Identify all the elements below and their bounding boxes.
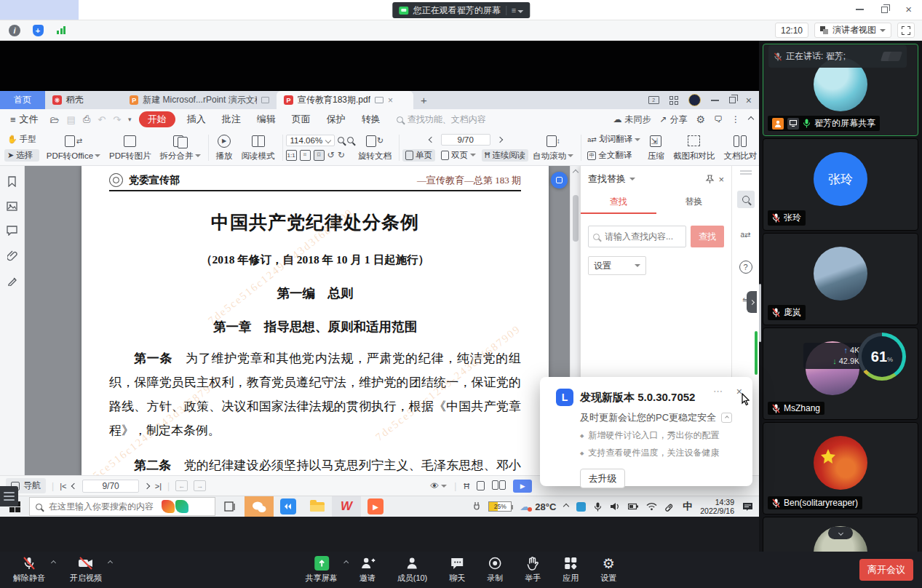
meeting-info-icon[interactable]: i xyxy=(7,23,22,38)
taskbar-wpp[interactable]: ▶ xyxy=(361,496,390,517)
comment-icon[interactable] xyxy=(7,226,17,236)
participant-tile[interactable]: 庞岚 xyxy=(763,233,918,325)
pdf-to-image-button[interactable]: PDF转图片 xyxy=(105,131,156,164)
upgrade-button[interactable]: 去升级 xyxy=(580,469,625,488)
statusbar-page-indicator[interactable]: 9/70 xyxy=(82,480,138,493)
list-toggle-icon[interactable]: ≡ xyxy=(512,6,523,15)
taskbar-search-input[interactable] xyxy=(47,501,156,512)
next-page-icon[interactable] xyxy=(497,136,503,142)
floating-assistant-button[interactable] xyxy=(551,172,568,188)
single-page-button[interactable]: 单页 xyxy=(402,149,435,162)
continuous-icon[interactable]: Ħ xyxy=(464,482,469,490)
page-indicator[interactable]: 9/70 xyxy=(441,134,490,146)
read-mode-button[interactable]: 阅读模式 xyxy=(237,131,279,164)
battery-tray-icon[interactable] xyxy=(628,503,638,510)
raise-hand-button[interactable]: 举手 xyxy=(525,555,541,584)
bookmark-icon[interactable] xyxy=(7,176,17,187)
watching-banner[interactable]: 您正在观看翟芳的屏幕 ≡ xyxy=(392,2,530,18)
view-mode-dropdown[interactable]: 演讲者视图 xyxy=(814,23,891,38)
zoom-out-icon[interactable] xyxy=(338,137,344,143)
fit-page-icon[interactable]: ⌗ xyxy=(300,150,311,161)
find-button[interactable]: 查找 xyxy=(691,226,724,247)
word-translate-button[interactable]: a⇄划词翻译 xyxy=(584,133,643,146)
mic-tray-icon[interactable] xyxy=(594,502,602,512)
tab-docer[interactable]: ❋ 稻壳 xyxy=(45,91,122,109)
desktop-corner-widget[interactable] xyxy=(0,486,18,506)
menu-start[interactable]: 开始 xyxy=(139,111,175,127)
account-avatar[interactable] xyxy=(688,94,701,106)
invite-button[interactable]: 邀请 xyxy=(359,555,375,584)
menu-insert[interactable]: 插入 xyxy=(183,113,210,126)
tab-find[interactable]: 查找 xyxy=(581,191,656,214)
fullscreen-button[interactable] xyxy=(897,23,915,38)
sidebar-scrollbar[interactable] xyxy=(759,284,761,342)
taskbar-clock[interactable]: 14:392022/9/16 xyxy=(700,498,734,515)
share-options-caret[interactable] xyxy=(344,557,348,566)
battery-indicator[interactable]: 25% xyxy=(488,501,512,512)
menu-convert[interactable]: 转换 xyxy=(357,113,385,126)
menu-page[interactable]: 页面 xyxy=(287,113,315,126)
mute-options-caret[interactable] xyxy=(52,557,55,566)
screenshot-compare-button[interactable]: 截图和对比 xyxy=(669,131,720,164)
help-icon[interactable]: ? xyxy=(739,261,752,274)
new-tab-button[interactable]: + xyxy=(413,91,434,109)
tab-ppt-document[interactable]: P 新建 Microsof...rPoint 演示文稿 xyxy=(122,91,277,109)
close-button[interactable]: × xyxy=(905,5,912,14)
taskbar-search[interactable] xyxy=(29,497,215,516)
pdf-to-office-button[interactable]: ⇄ PDF转Office xyxy=(42,131,105,164)
panel-dropdown-icon[interactable] xyxy=(629,178,635,180)
prev-page-icon[interactable] xyxy=(71,482,77,488)
participant-tile[interactable]: ↑4K/s ↓42.9K/s 61% MsZhang xyxy=(763,327,918,420)
forward-view-icon[interactable]: → xyxy=(194,480,206,491)
settings-button[interactable]: ⚙ 设置 xyxy=(600,555,616,584)
drag-handle[interactable] xyxy=(740,170,752,172)
compress-button[interactable]: ⇲ 压缩 xyxy=(643,131,669,164)
actual-size-icon[interactable]: 1:1 xyxy=(286,150,297,161)
auto-scroll-button[interactable]: ↕ 自动滚动 xyxy=(528,131,578,164)
hand-tool-button[interactable]: ✋手型 xyxy=(4,133,39,146)
comment-bubble-icon[interactable]: 🗨 xyxy=(714,114,723,124)
usb-tray-icon[interactable] xyxy=(576,502,586,512)
find-input[interactable] xyxy=(603,231,676,242)
double-page-icon[interactable] xyxy=(492,480,506,492)
fit-width-icon[interactable]: ⌼ xyxy=(314,150,325,161)
open-folder-icon[interactable]: 🗁 xyxy=(50,114,60,125)
task-view-button[interactable] xyxy=(215,496,245,517)
undo-icon[interactable]: ↶ xyxy=(98,114,106,125)
wps-restore-button[interactable] xyxy=(729,97,736,103)
doc-compare-button[interactable]: 文档比对 xyxy=(719,131,759,164)
collapse-ribbon-icon[interactable] xyxy=(748,116,754,122)
redo-icon[interactable]: ↷ xyxy=(113,114,121,125)
double-page-button[interactable]: 双页 xyxy=(438,149,479,162)
unmute-button[interactable]: 解除静音 xyxy=(13,555,45,584)
leave-meeting-button[interactable]: 离开会议 xyxy=(859,559,913,581)
rotate-doc-button[interactable]: ↻ 旋转文档 xyxy=(354,131,396,164)
menu-file[interactable]: ≡ 文件 xyxy=(6,113,43,126)
tray-expand-icon[interactable] xyxy=(563,504,569,509)
split-merge-button[interactable]: 拆分合并 xyxy=(156,131,205,164)
last-page-icon[interactable]: >| xyxy=(155,482,162,490)
start-video-button[interactable]: 开启视频 xyxy=(70,555,102,584)
gear-icon[interactable]: ⚙ xyxy=(696,113,705,127)
share-button[interactable]: ↗ 分享 xyxy=(659,114,687,126)
network-signal-icon[interactable] xyxy=(54,23,68,38)
apps-button[interactable]: 应用 xyxy=(563,555,579,584)
tab-pdf-document[interactable]: P 宣传教育183期.pdf × xyxy=(277,91,413,109)
taskbar-meeting-app[interactable] xyxy=(274,496,303,517)
window-switch-icon[interactable]: 2 xyxy=(648,96,659,104)
menu-protect[interactable]: 保护 xyxy=(322,113,350,126)
sidebar-collapse-button[interactable] xyxy=(828,527,853,539)
security-shield-icon[interactable]: + xyxy=(31,23,45,38)
tab-grid-icon[interactable] xyxy=(669,96,678,105)
translate-panel-icon[interactable]: a⇄ xyxy=(737,226,755,243)
restore-button[interactable] xyxy=(881,7,888,13)
link-tray-icon[interactable] xyxy=(665,502,675,512)
wps-close-button[interactable]: × xyxy=(746,95,752,106)
rotate-right-icon[interactable]: ↻ xyxy=(338,150,345,160)
menu-edit[interactable]: 编辑 xyxy=(253,113,280,126)
rotate-left-icon[interactable]: ↺ xyxy=(327,150,335,160)
tab-close-icon[interactable]: × xyxy=(388,95,393,106)
participant-tile[interactable]: 张玲 张玲 xyxy=(763,138,918,231)
back-view-icon[interactable]: ← xyxy=(175,480,188,491)
notification-center-icon[interactable] xyxy=(742,502,753,512)
